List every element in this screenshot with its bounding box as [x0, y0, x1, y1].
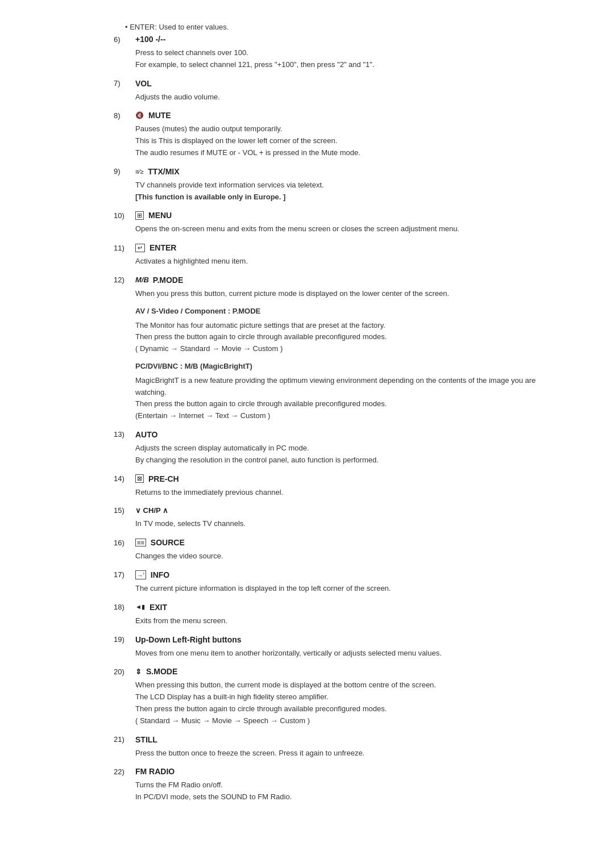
section-title: ⊞MENU	[135, 211, 172, 220]
section-header: 12)M/BP.MODE	[114, 276, 569, 285]
section-body: Moves from one menu item to another hori…	[135, 648, 569, 660]
section-item: 16)≡≡SOURCEChanges the video source.	[114, 538, 569, 562]
body-line: Moves from one menu item to another hori…	[135, 648, 569, 660]
section-header: 10)⊞MENU	[114, 211, 569, 220]
body-line: When you press this button, current pict…	[135, 288, 569, 300]
body-line: Turns the FM Radio on/off.	[135, 779, 569, 791]
section-body: Adjusts the screen display automatically…	[135, 443, 569, 466]
section-number: 8)	[114, 111, 135, 120]
body-line: Activates a highlighted menu item.	[135, 256, 569, 268]
section-title: +100 -/--	[135, 35, 165, 44]
section-number: 18)	[114, 603, 135, 611]
section-number: 21)	[114, 735, 135, 744]
body-line: [This function is available only in Euro…	[135, 191, 569, 203]
section-body: Adjusts the audio volume.	[135, 91, 569, 103]
body-line: Changes the video source.	[135, 550, 569, 562]
section-header: 19)Up-Down Left-Right buttons	[114, 635, 569, 644]
body-line: For example, to select channel 121, pres…	[135, 59, 569, 71]
section-item: 13)AUTOAdjusts the screen display automa…	[114, 430, 569, 466]
sub-section-title: PC/DVI/BNC : M/B (MagicBrightT)	[135, 361, 569, 373]
section-body: Opens the on-screen menu and exits from …	[135, 223, 569, 235]
body-line: In TV mode, selects TV channels.	[135, 518, 569, 530]
section-body: Activates a highlighted menu item.	[135, 256, 569, 268]
body-line: By changing the resolution in the contro…	[135, 454, 569, 466]
body-line: The current picture information is displ…	[135, 583, 569, 595]
body-line: The LCD Display has a built-in high fide…	[135, 691, 569, 703]
section-title: ≡⁄≥TTX/MIX	[135, 167, 180, 176]
section-body: When pressing this button, the current m…	[135, 679, 569, 727]
section-title: Up-Down Left-Right buttons	[135, 635, 242, 644]
section-header: 9)≡⁄≥TTX/MIX	[114, 167, 569, 176]
section-title: ⇕S.MODE	[135, 667, 177, 676]
body-line: Adjusts the screen display automatically…	[135, 443, 569, 454]
section-number: 10)	[114, 211, 135, 220]
section-header: 8)🔇MUTE	[114, 111, 569, 120]
section-header: 22)FM RADIO	[114, 767, 569, 776]
section-number: 13)	[114, 430, 135, 439]
section-body: Returns to the immediately previous chan…	[135, 487, 569, 499]
section-title: ◄▮EXIT	[135, 603, 167, 612]
sub-body-line: The Monitor has four automatic picture s…	[135, 320, 569, 332]
section-title: M/BP.MODE	[135, 276, 183, 285]
section-item: 7)VOLAdjusts the audio volume.	[114, 79, 569, 103]
section-item: 15)∨ CH/P ∧In TV mode, selects TV channe…	[114, 506, 569, 530]
sub-section-title: AV / S-Video / Component : P.MODE	[135, 306, 569, 318]
section-number: 19)	[114, 635, 135, 644]
section-number: 9)	[114, 167, 135, 176]
section-item: 20)⇕S.MODEWhen pressing this button, the…	[114, 667, 569, 727]
section-body: Pauses (mutes) the audio output temporar…	[135, 123, 569, 158]
section-number: 20)	[114, 667, 135, 676]
sub-section: AV / S-Video / Component : P.MODEThe Mon…	[135, 306, 569, 355]
section-title: ⊠PRE-CH	[135, 474, 179, 483]
section-number: 17)	[114, 570, 135, 579]
section-number: 22)	[114, 767, 135, 776]
section-item: 21)STILLPress the button once to freeze …	[114, 735, 569, 760]
section-body: Turns the FM Radio on/off.In PC/DVI mode…	[135, 779, 569, 803]
body-line: Exits from the menu screen.	[135, 615, 569, 627]
body-line: Pauses (mutes) the audio output temporar…	[135, 123, 569, 135]
body-line: When pressing this button, the current m…	[135, 679, 569, 691]
body-line: Adjusts the audio volume.	[135, 91, 569, 103]
section-item: 14)⊠PRE-CHReturns to the immediately pre…	[114, 474, 569, 499]
section-number: 14)	[114, 474, 135, 483]
section-header: 11)↵ENTER	[114, 243, 569, 252]
section-title: 🔇MUTE	[135, 111, 171, 120]
body-line: In PC/DVI mode, sets the SOUND to FM Rad…	[135, 791, 569, 803]
section-header: 7)VOL	[114, 79, 569, 88]
section-item: 11)↵ENTERActivates a highlighted menu it…	[114, 243, 569, 268]
section-header: 14)⊠PRE-CH	[114, 474, 569, 483]
sub-body-line: ( Dynamic → Standard → Movie → Custom )	[135, 343, 569, 355]
section-title: AUTO	[135, 430, 157, 439]
section-header: 18)◄▮EXIT	[114, 603, 569, 612]
section-body: The current picture information is displ…	[135, 583, 569, 595]
body-line: Opens the on-screen menu and exits from …	[135, 223, 569, 235]
sub-body-line: Then press the button again to circle th…	[135, 331, 569, 343]
section-number: 15)	[114, 506, 135, 515]
body-line: Then press the button again to circle th…	[135, 703, 569, 715]
section-header: 6)+100 -/--	[114, 35, 569, 44]
body-line: TV channels provide text information ser…	[135, 180, 569, 191]
intro-bullet: • ENTER: Used to enter values.	[125, 23, 569, 31]
section-item: 19)Up-Down Left-Right buttonsMoves from …	[114, 635, 569, 660]
section-title: FM RADIO	[135, 767, 175, 776]
body-line: Press to select channels over 100.	[135, 47, 569, 59]
section-header: 16)≡≡SOURCE	[114, 538, 569, 547]
section-body: TV channels provide text information ser…	[135, 180, 569, 203]
section-number: 16)	[114, 539, 135, 547]
section-body: Changes the video source.	[135, 550, 569, 562]
section-item: 6)+100 -/--Press to select channels over…	[114, 35, 569, 71]
section-number: 6)	[114, 35, 135, 44]
section-header: 13)AUTO	[114, 430, 569, 439]
section-item: 9)≡⁄≥TTX/MIXTV channels provide text inf…	[114, 167, 569, 203]
sub-body-line: Then press the button again to circle th…	[135, 398, 569, 410]
section-title: ↵ENTER	[135, 243, 176, 252]
section-item: 12)M/BP.MODEWhen you press this button, …	[114, 276, 569, 422]
section-item: 17)→iINFOThe current picture information…	[114, 570, 569, 595]
section-body: Exits from the menu screen.	[135, 615, 569, 627]
section-item: 10)⊞MENUOpens the on-screen menu and exi…	[114, 211, 569, 235]
section-number: 12)	[114, 276, 135, 284]
body-line: The audio resumes if MUTE or - VOL + is …	[135, 147, 569, 159]
section-title: STILL	[135, 735, 157, 744]
section-item: 22)FM RADIOTurns the FM Radio on/off.In …	[114, 767, 569, 803]
body-line: Returns to the immediately previous chan…	[135, 487, 569, 499]
